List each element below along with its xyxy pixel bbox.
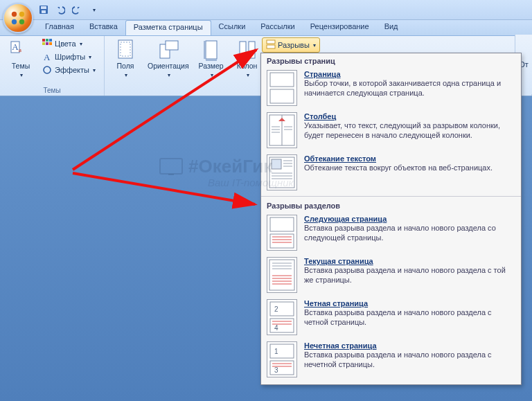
svg-point-3 <box>19 19 24 24</box>
break-next-page-desc: Вставка разрыва раздела и начало нового … <box>304 224 515 243</box>
ribbon-tabstrip: Главная Вставка Разметка страницы Ссылки… <box>0 20 532 36</box>
svg-rect-29 <box>270 73 294 87</box>
tab-references[interactable]: Ссылки <box>211 20 254 35</box>
breaks-section-pages: Разрывы страниц <box>261 53 521 68</box>
svg-rect-14 <box>46 42 48 45</box>
svg-rect-47 <box>270 234 294 248</box>
margins-button[interactable]: Поля▾ <box>109 37 142 80</box>
group-themes: Aa Темы ▾ Цвета▾ A Шрифты▾ <box>0 36 105 96</box>
tab-review[interactable]: Рецензирование <box>303 20 377 35</box>
svg-rect-51 <box>269 260 294 290</box>
break-page-title: Страница <box>304 70 515 78</box>
svg-rect-22 <box>206 41 217 59</box>
svg-text:4: 4 <box>274 324 278 332</box>
breaks-icon <box>266 39 276 51</box>
svg-text:3: 3 <box>274 366 278 374</box>
break-text-wrapping-title: Обтекание текстом <box>304 154 515 163</box>
breaks-label: Разрывы <box>278 41 310 49</box>
themes-label: Темы <box>12 62 30 71</box>
svg-text:A: A <box>12 42 19 52</box>
break-next-page[interactable]: Следующая страница Вставка разрыва разде… <box>261 213 521 255</box>
break-column-icon <box>267 112 297 148</box>
theme-effects-button[interactable]: Эффекты▾ <box>40 64 97 76</box>
break-page[interactable]: Страница Выбор точки, в которой заканчив… <box>261 68 521 110</box>
orientation-icon <box>157 39 179 61</box>
size-icon <box>200 39 222 61</box>
svg-rect-13 <box>42 42 45 45</box>
svg-rect-73 <box>160 159 182 174</box>
qat-save-button[interactable] <box>37 3 50 16</box>
theme-fonts-button[interactable]: A Шрифты▾ <box>40 51 97 63</box>
break-odd-page[interactable]: 13 Нечетная страница Вставка разрыва раз… <box>261 339 521 382</box>
svg-rect-28 <box>267 45 275 48</box>
watermark: #ОкейГик <box>159 156 272 177</box>
breaks-section-sections: Разрывы разделов <box>261 198 521 213</box>
break-odd-page-title: Нечетная страница <box>304 341 515 350</box>
orientation-button[interactable]: Ориентация▾ <box>145 37 192 80</box>
break-next-page-title: Следующая страница <box>304 215 515 223</box>
tab-view[interactable]: Вид <box>377 20 406 35</box>
break-even-page-icon: 24 <box>267 299 297 335</box>
svg-rect-21 <box>166 41 178 50</box>
break-next-page-icon <box>267 215 297 251</box>
qat-redo-button[interactable] <box>71 3 83 16</box>
panel-divider <box>261 196 521 197</box>
svg-point-0 <box>12 12 17 17</box>
svg-rect-30 <box>270 89 294 103</box>
tab-page-layout[interactable]: Разметка страницы <box>125 20 211 35</box>
break-continuous-icon <box>267 257 297 293</box>
svg-point-1 <box>19 12 24 17</box>
qat-undo-button[interactable] <box>54 3 66 16</box>
break-column[interactable]: Столбец Указывает, что текст, следующий … <box>261 110 521 152</box>
svg-rect-26 <box>249 42 255 58</box>
svg-text:a: a <box>19 46 21 53</box>
break-column-title: Столбец <box>304 112 515 121</box>
theme-colors-button[interactable]: Цвета▾ <box>40 37 97 50</box>
svg-rect-74 <box>168 174 174 175</box>
size-button[interactable]: Размер▾ <box>195 37 228 80</box>
breaks-dropdown-button[interactable]: Разрывы ▾ <box>262 37 320 53</box>
office-button[interactable] <box>3 3 33 33</box>
break-continuous[interactable]: Текущая страница Вставка разрыва раздела… <box>261 255 521 297</box>
colors-icon <box>42 38 53 49</box>
theme-fonts-label: Шрифты <box>55 53 85 61</box>
columns-label: Колон <box>237 62 258 71</box>
svg-text:1: 1 <box>274 348 278 355</box>
group-themes-label: Темы <box>4 86 100 96</box>
svg-rect-6 <box>42 10 46 13</box>
svg-rect-12 <box>49 39 52 42</box>
themes-button[interactable]: Aa Темы ▾ <box>4 37 37 80</box>
columns-button[interactable]: Колон▾ <box>231 37 264 80</box>
columns-icon <box>236 39 258 61</box>
orientation-label: Ориентация <box>148 62 189 71</box>
break-continuous-title: Текущая страница <box>304 257 515 265</box>
svg-text:A: A <box>44 52 51 62</box>
break-column-desc: Указывает, что текст, следующий за разры… <box>304 121 515 141</box>
theme-colors-label: Цвета <box>55 39 76 48</box>
title-bar: ▾ <box>0 0 532 20</box>
svg-point-17 <box>44 66 51 73</box>
themes-icon: Aa <box>10 39 32 61</box>
tab-home[interactable]: Главная <box>37 20 82 35</box>
svg-rect-10 <box>42 39 45 42</box>
svg-point-2 <box>12 19 17 24</box>
break-text-wrapping[interactable]: Обтекание текстом Обтекание текста вокру… <box>261 152 521 195</box>
svg-rect-25 <box>240 42 246 58</box>
breaks-dropdown-panel: Разрывы страниц Страница Выбор точки, в … <box>260 53 522 385</box>
size-label: Размер <box>199 62 224 71</box>
svg-rect-27 <box>267 40 275 44</box>
break-even-page-desc: Вставка разрыва раздела и начало нового … <box>304 308 515 328</box>
margins-label: Поля <box>117 62 134 71</box>
svg-rect-15 <box>49 42 52 45</box>
svg-rect-46 <box>270 217 294 231</box>
break-even-page[interactable]: 24 Четная страница Вставка разрыва разде… <box>261 297 521 339</box>
svg-rect-39 <box>272 159 281 169</box>
margins-icon <box>114 39 136 61</box>
break-page-icon <box>267 70 297 106</box>
qat-customize-button[interactable]: ▾ <box>87 3 100 16</box>
svg-rect-5 <box>41 6 46 9</box>
svg-text:2: 2 <box>274 305 278 313</box>
tab-insert[interactable]: Вставка <box>82 20 125 35</box>
chevron-down-icon: ▾ <box>20 72 23 78</box>
tab-mailings[interactable]: Рассылки <box>253 20 302 35</box>
